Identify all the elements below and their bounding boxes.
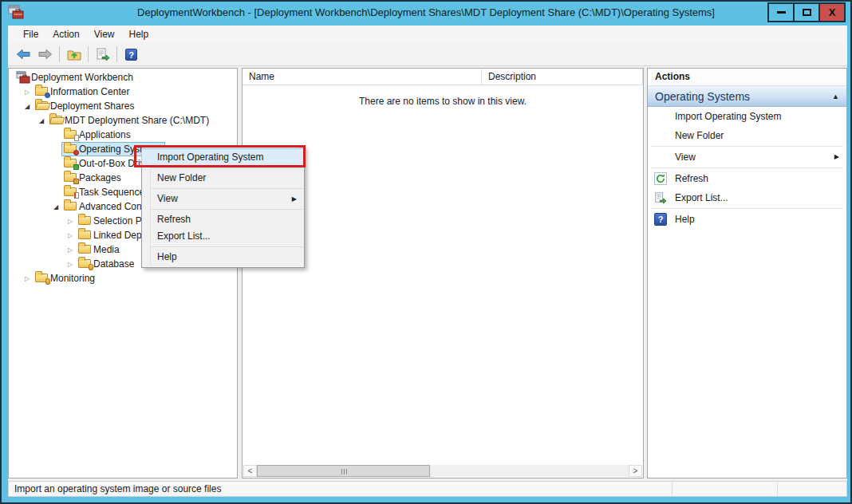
- toolbar: ?: [8, 43, 847, 66]
- context-menu-refresh[interactable]: Refresh: [142, 211, 304, 228]
- tree-item-label: MDT Deployment Share (C:\MDT): [64, 114, 211, 127]
- status-divider: [777, 482, 778, 495]
- folder-icon: [78, 215, 93, 227]
- tree-item-applications[interactable]: Applications: [9, 128, 237, 142]
- export-list-icon: [654, 191, 667, 204]
- minimize-icon: [777, 11, 786, 14]
- collapse-section-icon[interactable]: ▲: [832, 93, 839, 100]
- back-button[interactable]: [13, 45, 34, 64]
- up-one-level-button[interactable]: [63, 45, 85, 64]
- context-menu-new-folder[interactable]: New Folder: [142, 170, 304, 187]
- status-bar: Import an operating system image or sour…: [8, 481, 847, 497]
- tree-item-information-center[interactable]: ▷ Information Center: [9, 85, 237, 99]
- tree-item-deployment-shares[interactable]: ◢ Deployment Shares: [9, 99, 237, 113]
- open-folder-icon: [49, 114, 64, 127]
- titlebar: DeploymentWorkbench - [Deployment Workbe…: [2, 2, 850, 24]
- menu-view[interactable]: View: [87, 26, 122, 42]
- folder-icon: [78, 243, 93, 256]
- action-export-list[interactable]: Export List...: [648, 188, 846, 207]
- chevron-right-icon[interactable]: ▷: [65, 246, 76, 254]
- workbench-icon: [16, 71, 30, 84]
- action-view[interactable]: View ▶: [648, 148, 846, 167]
- tree-item-monitoring[interactable]: ▷ Monitoring: [9, 271, 237, 285]
- toolbar-separator: [88, 46, 89, 62]
- menu-item-label: View: [157, 193, 178, 204]
- chevron-right-icon[interactable]: ▷: [65, 261, 76, 268]
- status-divider: [672, 482, 673, 495]
- submenu-arrow-icon: ▶: [834, 148, 839, 167]
- forward-button[interactable]: [34, 45, 56, 64]
- separator: [150, 209, 303, 210]
- toolbar-separator: [116, 46, 117, 62]
- tree-item-deployment-workbench[interactable]: Deployment Workbench: [9, 70, 237, 85]
- scrollbar-track[interactable]: [430, 465, 629, 477]
- action-new-folder[interactable]: New Folder: [648, 126, 846, 145]
- separator: [150, 167, 303, 168]
- tree-item-label: Deployment Workbench: [30, 71, 136, 84]
- monitoring-folder-icon: [35, 272, 49, 285]
- horizontal-scrollbar[interactable]: < >: [243, 465, 642, 477]
- actions-section-header[interactable]: Operating Systems ▲: [648, 86, 846, 107]
- maximize-button[interactable]: [793, 2, 820, 22]
- drivers-folder-icon: [64, 157, 78, 170]
- action-refresh[interactable]: Refresh: [648, 169, 846, 188]
- tree-item-mdt-deployment-share[interactable]: ◢ MDT Deployment Share (C:\MDT): [9, 113, 237, 128]
- column-header-description[interactable]: Description: [482, 69, 643, 85]
- actions-section-title: Operating Systems: [655, 90, 750, 103]
- action-label: Refresh: [675, 173, 708, 184]
- help-icon: ?: [654, 213, 667, 226]
- list-header: Name Description: [243, 69, 643, 85]
- chevron-right-icon[interactable]: ▷: [22, 275, 33, 282]
- toolbar-separator: [59, 46, 60, 62]
- menu-file[interactable]: File: [16, 26, 45, 42]
- results-pane: Name Description There are no items to s…: [242, 68, 644, 478]
- help-button[interactable]: ?: [120, 45, 142, 64]
- context-menu-import-operating-system[interactable]: Import Operating System: [142, 149, 304, 166]
- tree-item-label: Database: [93, 258, 136, 270]
- tree-item-label: Packages: [78, 171, 124, 184]
- task-sequences-folder-icon: [64, 186, 78, 199]
- scroll-left-button[interactable]: <: [243, 465, 257, 477]
- folder-icon: [78, 229, 93, 242]
- operating-systems-folder-icon: [64, 143, 78, 156]
- separator: [150, 188, 303, 189]
- chevron-right-icon[interactable]: ▷: [22, 89, 33, 96]
- context-menu-export-list[interactable]: Export List...: [142, 228, 304, 245]
- status-text: Import an operating system image or sour…: [14, 483, 221, 494]
- tree-item-label: Monitoring: [49, 272, 97, 285]
- actions-pane-title: Actions: [648, 69, 846, 86]
- deployment-workbench-window: DeploymentWorkbench - [Deployment Workbe…: [0, 0, 852, 504]
- folder-icon: [64, 200, 78, 213]
- action-label: Export List...: [675, 192, 728, 203]
- export-list-button[interactable]: [92, 45, 113, 64]
- chevron-expanded-icon[interactable]: ◢: [36, 117, 47, 124]
- tree-item-label: Applications: [78, 128, 133, 141]
- information-center-folder-icon: [35, 85, 49, 98]
- packages-folder-icon: [64, 171, 78, 184]
- close-button[interactable]: X: [818, 2, 846, 22]
- menu-help[interactable]: Help: [122, 26, 156, 42]
- context-menu: Import Operating System New Folder View …: [141, 147, 305, 268]
- chevron-expanded-icon[interactable]: ◢: [22, 103, 33, 110]
- chevron-right-icon[interactable]: ▷: [65, 218, 76, 225]
- minimize-button[interactable]: [767, 2, 795, 22]
- applications-folder-icon: [64, 128, 78, 141]
- scroll-right-button[interactable]: >: [629, 465, 642, 477]
- menu-action[interactable]: Action: [45, 26, 86, 42]
- column-header-name[interactable]: Name: [243, 69, 482, 85]
- action-help[interactable]: ? Help: [648, 210, 846, 229]
- action-label: View: [675, 152, 696, 163]
- action-import-operating-system[interactable]: Import Operating System: [648, 107, 846, 126]
- context-menu-view[interactable]: View ▶: [142, 191, 304, 207]
- back-icon: [16, 48, 31, 61]
- menubar: File Action View Help: [8, 26, 847, 43]
- window-title: DeploymentWorkbench - [Deployment Workbe…: [2, 2, 850, 24]
- context-menu-help[interactable]: Help: [142, 249, 304, 266]
- submenu-arrow-icon: ▶: [292, 191, 297, 207]
- forward-icon: [37, 48, 53, 61]
- open-folder-icon: [35, 100, 49, 112]
- chevron-right-icon[interactable]: ▷: [65, 232, 76, 239]
- scrollbar-thumb[interactable]: [257, 465, 430, 477]
- chevron-expanded-icon[interactable]: ◢: [50, 203, 61, 211]
- up-one-level-folder-icon: [67, 48, 81, 61]
